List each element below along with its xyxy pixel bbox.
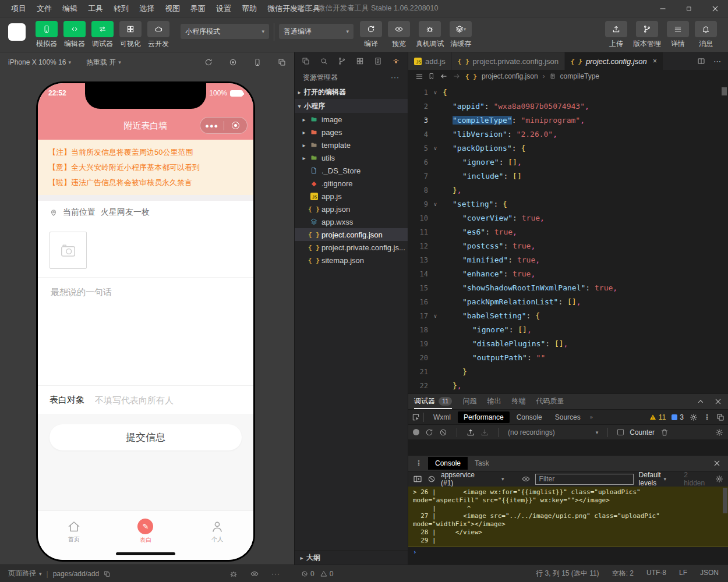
fold-chevron-icon[interactable]: ∨ <box>430 309 440 323</box>
levels-select[interactable]: Default levels ▾ <box>639 471 667 487</box>
hidden-count[interactable]: 2 hidden <box>684 471 705 487</box>
search-icon[interactable] <box>320 57 328 65</box>
code-line-18[interactable]: 18"ignore": [], <box>408 323 728 337</box>
editor-tab-add.js[interactable]: JSadd.js <box>408 52 452 70</box>
clear-console-icon[interactable] <box>427 475 436 483</box>
panel-tab-问题[interactable]: 问题 <box>462 393 476 409</box>
toolbar-button-详情[interactable]: 详情 <box>667 21 689 49</box>
code-line-7[interactable]: 7"include": [] <box>408 169 728 183</box>
copy-icon[interactable] <box>104 570 111 577</box>
panel-tab-代码质量[interactable]: 代码质量 <box>536 393 564 409</box>
message-textarea[interactable] <box>50 286 242 377</box>
issue-count[interactable]: 3 <box>680 413 684 421</box>
compile-select[interactable]: 普通编译 ▾ <box>279 24 354 39</box>
menu-item[interactable]: 视图 <box>160 0 185 17</box>
refresh-chip[interactable] <box>360 21 382 37</box>
tree-item-pages[interactable]: ▸pages <box>295 126 408 139</box>
fold-chevron-icon[interactable]: ∨ <box>430 86 440 100</box>
code-editor[interactable]: 1∨{2"appid": "wxa8a0987b05074943",3"comp… <box>408 83 728 393</box>
code-line-13[interactable]: 13"minified": true, <box>408 253 728 267</box>
toolbar-button-版本管理[interactable]: 版本管理 <box>633 21 661 49</box>
tabbar-item-首页[interactable]: 首页 <box>38 511 109 552</box>
bookmark-icon[interactable] <box>428 73 435 80</box>
tree-item-sitemap.json[interactable]: { }sitemap.json <box>295 254 408 267</box>
cursor-position[interactable]: 行 3, 列 15 (选中 11) <box>536 569 599 579</box>
console-output[interactable]: > 26 | <image wx:for="{{imglist}}" class… <box>408 487 728 565</box>
save-profile-icon[interactable] <box>480 428 489 436</box>
tree-item-app.wxss[interactable]: app.wxss <box>295 215 408 228</box>
upload-chip[interactable] <box>605 21 627 37</box>
code-line-22[interactable]: 22}, <box>408 379 728 393</box>
menu-item[interactable]: 选择 <box>134 0 160 17</box>
minimize-button[interactable] <box>649 0 676 17</box>
editor-tab-project.config.json[interactable]: { }project.config.json× <box>565 52 663 70</box>
phone-icon[interactable] <box>253 58 261 66</box>
close-button[interactable] <box>702 0 728 17</box>
toolbar-button-预览[interactable]: 预览 <box>388 21 410 49</box>
more-menu-icon[interactable]: ●●● <box>200 122 224 129</box>
tree-item-template[interactable]: ▸template <box>295 139 408 151</box>
tree-item-image[interactable]: ▸image <box>295 113 408 126</box>
trash-icon[interactable] <box>660 428 669 436</box>
code-line-19[interactable]: 19"disablePlugins": [], <box>408 337 728 351</box>
close-miniprogram-icon[interactable] <box>224 122 248 129</box>
bug-chip[interactable] <box>419 21 441 37</box>
warning-count[interactable]: 11 <box>659 413 666 421</box>
menu-item[interactable]: 工具 <box>83 0 108 17</box>
outline-section[interactable]: ▸ 大纲 <box>295 551 408 565</box>
bell-chip[interactable] <box>695 21 717 37</box>
encoding[interactable]: UTF-8 <box>646 569 666 579</box>
filter-input[interactable] <box>535 474 634 485</box>
code-line-20[interactable]: 20"outputPath": "" <box>408 351 728 365</box>
toolbar-button-模拟器[interactable]: 模拟器 <box>36 21 58 49</box>
outline-list-icon[interactable] <box>415 72 423 80</box>
layers-chip[interactable]: ▾ <box>450 21 472 37</box>
eol-setting[interactable]: LF <box>679 569 687 579</box>
tabbar-item-表白[interactable]: ✎表白 <box>109 511 181 552</box>
code-chip[interactable] <box>63 21 86 37</box>
inspect-element-icon[interactable] <box>412 413 420 421</box>
code-line-3[interactable]: 3"compileType": "miniprogram", <box>408 113 728 127</box>
problems-summary[interactable]: 0 0 <box>294 570 408 578</box>
split-icon[interactable] <box>697 57 705 65</box>
page-path-select[interactable]: 页面路径 ▾ <box>8 569 42 579</box>
target-input[interactable] <box>94 395 242 406</box>
gear-icon[interactable] <box>690 413 698 421</box>
mode-select[interactable]: 小程序模式 ▾ <box>181 24 269 39</box>
editor-scrollbar[interactable] <box>722 87 727 95</box>
console-tab-Task[interactable]: Task <box>468 457 496 470</box>
code-line-8[interactable]: 8}, <box>408 183 728 197</box>
code-line-1[interactable]: 1∨{ <box>408 86 728 100</box>
devtools-tab-Performance[interactable]: Performance <box>458 411 510 423</box>
load-profile-icon[interactable] <box>467 428 475 436</box>
eye-icon[interactable] <box>250 570 259 578</box>
hot-reload-toggle[interactable]: 热重载 开▾ <box>86 58 121 68</box>
report-icon[interactable] <box>374 57 382 65</box>
more-tabs-icon[interactable]: » <box>590 414 593 420</box>
fold-chevron-icon[interactable]: ∨ <box>430 197 440 211</box>
toolbar-button-编辑器[interactable]: 编辑器 <box>63 21 86 49</box>
record-button[interactable] <box>413 429 419 435</box>
console-sidebar-icon[interactable] <box>413 474 422 484</box>
tree-item-app.js[interactable]: JSapp.js <box>295 190 408 203</box>
recordings-select[interactable]: (no recordings) ▾ <box>508 428 598 436</box>
kebab-menu-icon[interactable]: ⋮ <box>415 459 422 467</box>
code-line-14[interactable]: 14"enhance": true, <box>408 267 728 281</box>
toolbar-button-编译[interactable]: 编译 <box>360 21 382 49</box>
branch-icon[interactable] <box>338 57 346 65</box>
tree-item-utils[interactable]: ▸utils <box>295 151 408 164</box>
code-line-4[interactable]: 4"libVersion": "2.26.0", <box>408 127 728 141</box>
record-icon[interactable] <box>229 58 237 66</box>
console-warning-message[interactable]: > 26 | <image wx:for="{{imglist}}" class… <box>408 487 728 547</box>
code-line-17[interactable]: 17∨"babelSetting": { <box>408 309 728 323</box>
cloud-chip[interactable] <box>147 21 169 37</box>
counter-checkbox[interactable] <box>617 429 624 435</box>
menu-item[interactable]: 转到 <box>108 0 134 17</box>
code-line-9[interactable]: 9∨"setting": { <box>408 197 728 211</box>
location-row[interactable]: 当前位置 火星网友一枚 <box>38 201 253 223</box>
toolbar-button-上传[interactable]: 上传 <box>605 21 627 49</box>
menu-item[interactable]: 界面 <box>185 0 211 17</box>
list-chip[interactable] <box>667 21 689 37</box>
devtools-tab-Sources[interactable]: Sources <box>549 411 586 423</box>
tabbar-item-个人[interactable]: 个人 <box>182 511 253 552</box>
